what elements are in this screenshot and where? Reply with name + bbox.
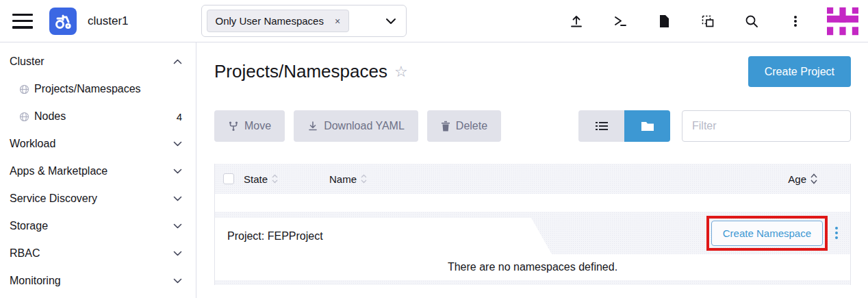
- namespace-filter-tag[interactable]: Only User Namespaces ×: [207, 10, 350, 32]
- nodes-count-badge: 4: [177, 111, 182, 123]
- sidebar-item-label: RBAC: [10, 247, 173, 260]
- select-all-checkbox[interactable]: [223, 173, 234, 184]
- header-kebab-menu-button[interactable]: [787, 13, 804, 29]
- chevron-down-icon: [173, 196, 182, 201]
- sidebar-item-cluster[interactable]: Cluster: [0, 48, 196, 75]
- sidebar-item-label: Apps & Marketplace: [10, 165, 173, 177]
- cluster-name: cluster1: [88, 14, 129, 28]
- cluster-sidebar: Cluster Projects/Namespaces Nodes 4 Wor: [0, 42, 196, 298]
- table-spacer: [215, 194, 850, 212]
- search-icon: [744, 14, 759, 29]
- download-yaml-button[interactable]: Download YAML: [294, 110, 418, 142]
- sidebar-item-label: Service Discovery: [10, 193, 173, 205]
- search-button[interactable]: [743, 13, 760, 29]
- top-header: cluster1 Only User Namespaces ×: [0, 0, 868, 42]
- copy-kubeconfig-button[interactable]: [700, 13, 716, 29]
- next-group-row-edge: [215, 280, 850, 285]
- chevron-down-icon: [173, 169, 182, 174]
- sort-icon: [272, 174, 278, 184]
- project-group-tab: Project: FEPProject: [215, 218, 552, 254]
- chevron-down-icon: [173, 278, 182, 284]
- table-header-row: State Name Age: [215, 164, 850, 194]
- project-row-kebab-menu-button[interactable]: [834, 225, 839, 240]
- move-button-label: Move: [244, 120, 271, 132]
- globe-icon: [19, 112, 29, 122]
- sidebar-item-workload[interactable]: Workload: [0, 130, 196, 158]
- chevron-down-icon: [385, 18, 396, 25]
- highlight-annotation-box: Create Namespace: [706, 216, 828, 251]
- sidebar-item-label: Storage: [10, 220, 173, 232]
- column-label: State: [244, 173, 268, 185]
- move-branch-icon: [228, 121, 239, 132]
- remove-filter-icon[interactable]: ×: [335, 16, 340, 27]
- sidebar-item-storage[interactable]: Storage: [0, 212, 196, 240]
- brand-logo-icon: [827, 6, 858, 36]
- projects-namespaces-table: State Name Age: [214, 164, 851, 285]
- rancher-logo-icon[interactable]: [49, 8, 77, 35]
- yaml-file-button[interactable]: [656, 13, 672, 29]
- globe-icon: [19, 84, 29, 95]
- yaml-file-icon: [657, 14, 671, 29]
- view-mode-toggle: [578, 110, 670, 142]
- trash-icon: [441, 121, 450, 132]
- chevron-down-icon: [173, 251, 182, 256]
- chevron-up-icon: [173, 59, 182, 64]
- list-view-button[interactable]: [578, 110, 624, 142]
- folder-icon: [641, 121, 654, 132]
- project-group-row: Project: FEPProject Create Namespace: [215, 212, 850, 254]
- download-icon: [307, 121, 318, 132]
- sort-icon-active: [810, 173, 817, 184]
- sidebar-item-nodes[interactable]: Nodes 4: [0, 103, 196, 130]
- favorite-star-icon[interactable]: ☆: [394, 64, 408, 79]
- sidebar-item-label: Cluster: [10, 55, 173, 68]
- sidebar-item-apps-marketplace[interactable]: Apps & Marketplace: [0, 158, 196, 185]
- download-yaml-button-label: Download YAML: [324, 120, 405, 132]
- namespace-filter-tag-label: Only User Namespaces: [216, 15, 324, 27]
- sidebar-item-service-discovery[interactable]: Service Discovery: [0, 185, 196, 212]
- delete-button[interactable]: Delete: [427, 110, 501, 142]
- upload-icon: [569, 14, 584, 29]
- column-header-state[interactable]: State: [244, 173, 329, 185]
- sidebar-item-projects-namespaces[interactable]: Projects/Namespaces: [0, 75, 196, 103]
- menu-toggle-button[interactable]: [12, 14, 33, 29]
- sidebar-item-label: Workload: [10, 138, 173, 150]
- sort-icon: [361, 174, 367, 184]
- sidebar-item-label: Projects/Namespaces: [34, 83, 182, 95]
- grouped-view-button[interactable]: [624, 110, 670, 142]
- rancher-cluster-dashboard: cluster1 Only User Namespaces ×: [0, 0, 868, 298]
- sidebar-item-monitoring[interactable]: Monitoring: [0, 267, 196, 295]
- namespace-filter-dropdown[interactable]: Only User Namespaces ×: [201, 5, 407, 37]
- page-title: Projects/Namespaces: [214, 61, 387, 82]
- column-label: Age: [788, 173, 806, 185]
- column-header-age[interactable]: Age: [748, 173, 850, 185]
- empty-namespaces-message: There are no namespaces defined.: [215, 254, 850, 280]
- column-header-name[interactable]: Name: [329, 173, 748, 185]
- filter-input[interactable]: [682, 110, 851, 142]
- chevron-down-icon: [173, 141, 182, 147]
- kubectl-shell-button[interactable]: [612, 13, 628, 29]
- create-project-button[interactable]: Create Project: [748, 56, 851, 87]
- list-view-icon: [596, 121, 608, 131]
- move-button[interactable]: Move: [214, 110, 285, 142]
- empty-message-text: There are no namespaces defined.: [448, 261, 617, 273]
- sidebar-item-label: Nodes: [34, 110, 177, 123]
- delete-button-label: Delete: [456, 120, 487, 132]
- sidebar-item-rbac[interactable]: RBAC: [0, 240, 196, 267]
- sidebar-item-label: Monitoring: [10, 275, 173, 287]
- column-label: Name: [329, 173, 357, 185]
- project-group-label: Project: FEPProject: [227, 230, 323, 243]
- main-content: Projects/Namespaces ☆ Create Project Mov…: [196, 42, 868, 298]
- kebab-menu-icon: [793, 14, 797, 29]
- upload-button[interactable]: [568, 13, 585, 29]
- chevron-down-icon: [173, 223, 182, 229]
- kubectl-shell-icon: [613, 14, 628, 29]
- copy-kubeconfig-icon: [700, 14, 715, 29]
- create-namespace-button[interactable]: Create Namespace: [711, 221, 823, 246]
